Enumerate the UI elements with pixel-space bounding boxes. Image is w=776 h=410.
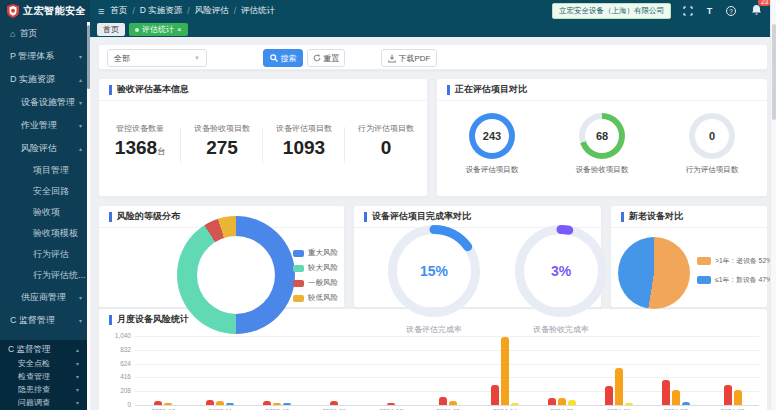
- filter-select[interactable]: 全部 ▼: [107, 49, 207, 67]
- ring-value: 68: [585, 119, 619, 153]
- sidebar-item-label: 项目管理: [33, 164, 69, 177]
- sidebar-item-项目管理[interactable]: 项目管理: [0, 160, 90, 181]
- app-logo: 立宏智能安全: [0, 0, 90, 22]
- sidebar-item-label: 首页: [19, 27, 37, 40]
- help-icon[interactable]: ?: [726, 6, 736, 16]
- sidebar-item-供应商管理[interactable]: 供应商管理▾: [0, 286, 90, 309]
- font-size-icon[interactable]: T: [704, 6, 715, 17]
- sidebar-item-验收项[interactable]: 验收项: [0, 202, 90, 223]
- active-tab-dot-icon: [135, 28, 139, 32]
- sidebar-item-label: 检查管理: [18, 371, 50, 382]
- breadcrumb-separator: /: [234, 6, 236, 16]
- reset-button[interactable]: 重置: [307, 49, 345, 67]
- download-pdf-button[interactable]: 下载PDF: [381, 49, 437, 67]
- risk-legend: 重大风险较大风险一般风险较低风险: [293, 248, 338, 303]
- legend-item-一般风险[interactable]: 一般风险: [293, 278, 338, 288]
- sidebar-item-检查管理[interactable]: 检查管理▾: [0, 370, 87, 383]
- sidebar-item-风险评估[interactable]: 风险评估▴: [0, 137, 90, 160]
- legend-item-较大风险[interactable]: 较大风险: [293, 263, 338, 273]
- legend-item-重大风险[interactable]: 重大风险: [293, 248, 338, 258]
- chevron-up-icon: ▴: [79, 76, 82, 83]
- progress-ring-行为评估项目数: 0行为评估项目数: [686, 113, 739, 175]
- close-tab-icon[interactable]: ×: [177, 26, 182, 34]
- gridline: [135, 350, 759, 351]
- tab-current-label: 评估统计: [142, 24, 174, 35]
- sidebar-item-label: C 监督管理: [10, 314, 55, 327]
- y-axis-label: 0: [99, 401, 131, 408]
- sidebar-item-label: D 实施资源: [10, 73, 55, 86]
- legend-swatch: [293, 280, 304, 287]
- fullscreen-icon[interactable]: [682, 6, 693, 17]
- sidebar-item-C 监督管理[interactable]: C 监督管理▴: [0, 342, 87, 357]
- completion-value: 3%: [515, 225, 607, 317]
- bar-red-2024-05: [548, 398, 556, 405]
- stat-value: 1368台: [99, 138, 181, 157]
- tab-current[interactable]: 评估统计 ×: [129, 23, 188, 36]
- sidebar-item-安全点检[interactable]: 安全点检▾: [0, 357, 87, 370]
- sidebar-item-C 监督管理[interactable]: C 监督管理▾: [0, 309, 90, 332]
- stat-value: 0: [345, 138, 427, 157]
- search-button[interactable]: 搜索: [263, 49, 303, 67]
- download-icon: [388, 54, 396, 63]
- breadcrumb-item: 评估统计: [241, 5, 275, 17]
- sidebar-item-label: 行为评估: [33, 248, 69, 261]
- bar-red-2024-02: [387, 403, 395, 405]
- sidebar-item-首页[interactable]: ⌂首页: [0, 22, 90, 45]
- company-badge[interactable]: 立宏安全设备（上海）有限公司: [552, 3, 671, 19]
- sidebar-item-label: 作业管理: [21, 119, 57, 132]
- bar-yellow-2024-06: [625, 403, 633, 405]
- legend-swatch: [697, 276, 711, 284]
- scrollbar-thumb[interactable]: [772, 24, 776, 120]
- card-title: 设备评估项目完成率对比: [364, 212, 591, 222]
- legend-label: 较低风险: [308, 293, 338, 303]
- bar-red-2024-08: [724, 385, 732, 405]
- bar-red-2023-11: [206, 400, 214, 405]
- bar-yellow-2024-04: [511, 403, 519, 405]
- y-axis-label: 416: [99, 373, 131, 380]
- sidebar-scrollbar[interactable]: [87, 22, 90, 410]
- legend-item-较低风险[interactable]: 较低风险: [293, 293, 338, 303]
- legend-label: 一般风险: [308, 278, 338, 288]
- device-age-pie-chart: [618, 237, 690, 309]
- sidebar-item-设备设施管理[interactable]: 设备设施管理▾: [0, 91, 90, 114]
- page-scrollbar[interactable]: [770, 0, 776, 410]
- sidebar-item-D 实施资源[interactable]: D 实施资源▴: [0, 68, 90, 91]
- tab-home[interactable]: 首页: [97, 23, 125, 36]
- sidebar-item-P 管理体系[interactable]: P 管理体系▾: [0, 45, 90, 68]
- breadcrumb-item[interactable]: 首页: [110, 5, 127, 17]
- legend-swatch: [293, 295, 304, 302]
- sidebar-item-label: 设备设施管理: [21, 96, 75, 109]
- progress-ring-设备评估项目数: 243设备评估项目数: [466, 113, 519, 175]
- sidebar-item-验收项模板[interactable]: 验收项模板: [0, 223, 90, 244]
- legend-item-≤1年：新设备[interactable]: ≤1年：新设备 47%: [697, 275, 772, 285]
- bar-orange-2023-11: [216, 401, 224, 405]
- sidebar-item-label: 问题调查: [18, 397, 50, 408]
- bar-orange-2024-06: [615, 368, 623, 405]
- breadcrumb-item[interactable]: 风险评估: [195, 5, 229, 17]
- y-axis-label: 1,040: [99, 332, 131, 339]
- bar-yellow-2024-05: [568, 400, 576, 405]
- ring-label: 行为评估项目数: [686, 165, 739, 175]
- chevron-up-icon: ▴: [79, 145, 82, 152]
- sidebar-item-隐患排查[interactable]: 隐患排查▾: [0, 383, 87, 396]
- device-age-legend: >1年：老设备 52%≤1年：新设备 47%: [697, 256, 772, 285]
- sidebar-item-行为评估[interactable]: 行为评估: [0, 244, 90, 265]
- breadcrumb-item[interactable]: D 实施资源: [140, 5, 183, 17]
- card-basic-info: 验收评估基本信息 管控设备数量1368台设备验收项目数275设备评估项目数109…: [98, 78, 428, 197]
- stat-设备验收项目数: 设备验收项目数275: [181, 123, 263, 157]
- ring-graphic: 0: [689, 113, 735, 159]
- sidebar-item-label: 安全点检: [18, 358, 50, 369]
- tab-home-label: 首页: [103, 24, 119, 35]
- stat-设备评估项目数: 设备评估项目数1093: [263, 123, 345, 157]
- legend-label: ≤1年：新设备 47%: [715, 275, 772, 285]
- notifications-button[interactable]: 23: [751, 2, 762, 20]
- legend-item->1年：老设备[interactable]: >1年：老设备 52%: [697, 256, 772, 266]
- sidebar-item-作业管理[interactable]: 作业管理▾: [0, 114, 90, 137]
- stat-label: 设备验收项目数: [181, 123, 263, 134]
- y-axis-label: 208: [99, 387, 131, 394]
- collapse-menu-icon[interactable]: ≡: [98, 5, 104, 17]
- sidebar-item-问题调查[interactable]: 问题调查▾: [0, 396, 87, 409]
- sidebar-item-安全回路[interactable]: 安全回路: [0, 181, 90, 202]
- sidebar-item-行为评估统...[interactable]: 行为评估统...: [0, 265, 90, 286]
- card-device-age: 新老设备对比 >1年：老设备 52%≤1年：新设备 47%: [610, 205, 768, 308]
